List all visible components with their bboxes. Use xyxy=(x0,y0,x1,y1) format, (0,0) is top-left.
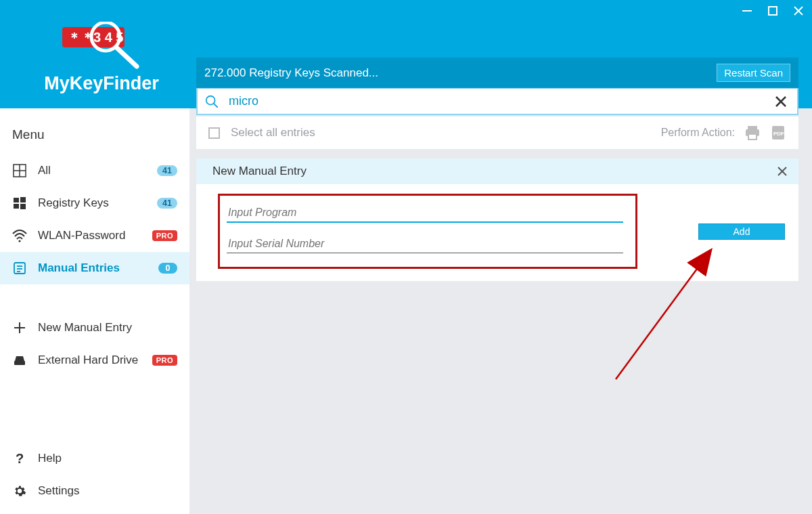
main-content: Select all entries Perform Action: PDF N… xyxy=(189,108,812,514)
panel-title: New Manual Entry xyxy=(212,165,307,178)
sidebar-item-label: Help xyxy=(38,452,177,465)
grid-icon xyxy=(12,164,27,177)
status-bar: 272.000 Registry Keys Scanned... Restart… xyxy=(196,58,798,88)
sidebar-item-registry[interactable]: Registry Keys 41 xyxy=(0,187,189,219)
search-icon xyxy=(204,94,219,109)
count-badge: 0 xyxy=(158,263,177,274)
panel-close-button[interactable] xyxy=(777,166,788,177)
sidebar: Menu All 41 Registry Keys 41 WLAN-Passwo… xyxy=(0,108,189,514)
sidebar-item-settings[interactable]: Settings xyxy=(0,475,189,507)
svg-text:PDF: PDF xyxy=(773,131,784,137)
sidebar-item-label: Manual Entries xyxy=(38,261,148,275)
svg-rect-16 xyxy=(14,198,19,202)
search-input[interactable] xyxy=(219,94,771,108)
header-brand: ＊＊ 3 4 5 MyKeyFinder xyxy=(0,0,189,108)
new-manual-entry-panel: New Manual Entry Add xyxy=(196,158,798,281)
minimize-button[interactable] xyxy=(742,5,752,16)
app-title: MyKeyFinder xyxy=(44,73,159,94)
header: ＊＊ 3 4 5 MyKeyFinder 272.000 Registry Ke… xyxy=(0,0,812,108)
sidebar-item-external-drive[interactable]: External Hard Drive PRO xyxy=(0,344,189,377)
sidebar-item-label: All xyxy=(38,164,146,177)
svg-rect-6 xyxy=(769,7,777,15)
program-input[interactable] xyxy=(227,202,623,223)
sidebar-item-help[interactable]: ? Help xyxy=(0,442,189,475)
svg-point-20 xyxy=(18,240,20,242)
select-all-label: Select all entries xyxy=(231,126,315,140)
body: Menu All 41 Registry Keys 41 WLAN-Passwo… xyxy=(0,108,812,514)
svg-rect-17 xyxy=(20,197,26,202)
header-toolbar-area: 272.000 Registry Keys Scanned... Restart… xyxy=(189,0,812,108)
svg-line-4 xyxy=(116,47,137,66)
close-icon xyxy=(774,95,788,108)
sidebar-item-all[interactable]: All 41 xyxy=(0,154,189,187)
svg-rect-29 xyxy=(748,126,757,129)
sidebar-item-wlan[interactable]: WLAN-Password PRO xyxy=(0,219,189,252)
keyfinder-logo-icon: ＊＊ 3 4 5 xyxy=(61,22,142,69)
app-logo: ＊＊ 3 4 5 MyKeyFinder xyxy=(44,22,159,94)
highlighted-inputs-box xyxy=(218,194,637,269)
printer-icon xyxy=(744,125,761,140)
status-text: 272.000 Registry Keys Scanned... xyxy=(204,66,378,80)
count-badge: 41 xyxy=(157,165,177,176)
svg-line-10 xyxy=(214,103,218,107)
list-toolbar: Select all entries Perform Action: PDF xyxy=(196,116,798,149)
select-all-checkbox[interactable] xyxy=(208,127,220,139)
pdf-icon: PDF xyxy=(770,125,786,140)
close-button[interactable] xyxy=(793,5,804,16)
print-button[interactable] xyxy=(744,125,761,140)
perform-action-label: Perform Action: xyxy=(661,127,735,139)
add-button[interactable]: Add xyxy=(698,223,785,240)
pro-badge: PRO xyxy=(152,355,177,366)
maximize-button[interactable] xyxy=(767,5,778,16)
minimize-icon xyxy=(742,5,752,16)
svg-text:?: ? xyxy=(16,452,24,465)
restart-scan-button[interactable]: Restart Scan xyxy=(717,64,790,82)
sidebar-item-label: Settings xyxy=(38,484,177,498)
svg-rect-19 xyxy=(20,204,26,209)
gear-icon xyxy=(12,484,27,498)
sidebar-item-label: New Manual Entry xyxy=(38,321,177,335)
sidebar-item-manual-entries[interactable]: Manual Entries 0 xyxy=(0,252,189,284)
serial-number-input[interactable] xyxy=(227,234,623,253)
sidebar-item-label: External Hard Drive xyxy=(38,354,141,367)
sidebar-item-new-manual-entry[interactable]: New Manual Entry xyxy=(0,312,189,344)
maximize-icon xyxy=(767,5,778,16)
svg-rect-18 xyxy=(14,204,19,209)
count-badge: 41 xyxy=(157,198,177,209)
sidebar-item-label: Registry Keys xyxy=(38,196,146,210)
hard-drive-icon xyxy=(12,354,27,367)
svg-rect-27 xyxy=(14,361,25,365)
window-controls xyxy=(742,5,804,16)
close-icon xyxy=(793,5,804,16)
windows-icon xyxy=(12,196,27,210)
wifi-icon xyxy=(12,229,27,242)
plus-icon xyxy=(12,321,27,335)
panel-header: New Manual Entry xyxy=(196,158,798,184)
sidebar-item-label: WLAN-Password xyxy=(38,229,141,242)
pro-badge: PRO xyxy=(152,230,177,241)
export-pdf-button[interactable]: PDF xyxy=(770,125,786,140)
menu-title: Menu xyxy=(0,122,189,154)
close-icon xyxy=(777,166,788,177)
entries-icon xyxy=(12,261,27,275)
svg-rect-31 xyxy=(748,134,757,140)
help-icon: ? xyxy=(12,452,27,465)
